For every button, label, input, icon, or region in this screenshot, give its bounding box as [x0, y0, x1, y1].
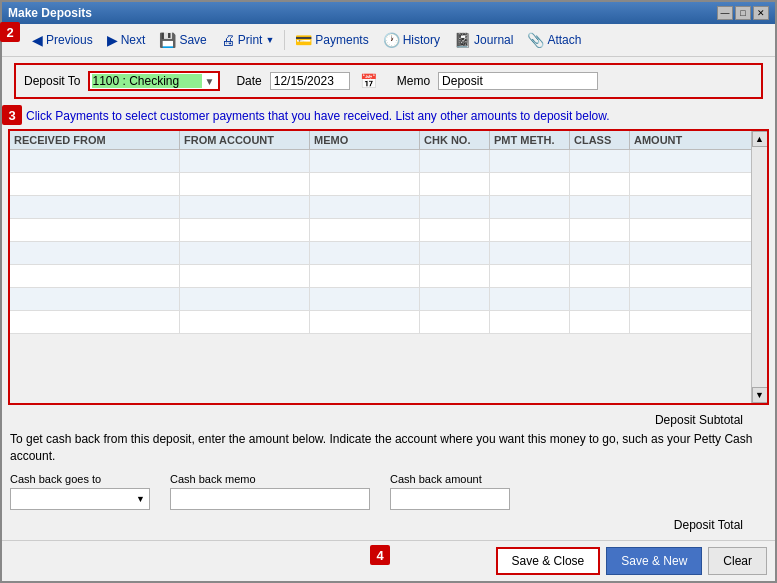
save-button[interactable]: 💾 Save: [153, 27, 212, 53]
table-cell-pmt_meth[interactable]: [490, 173, 570, 195]
table-cell-chk_no[interactable]: [420, 242, 490, 264]
previous-button[interactable]: ◀ Previous: [26, 27, 99, 53]
table-cell-memo[interactable]: [310, 288, 420, 310]
table-cell-class[interactable]: [570, 311, 630, 333]
print-dropdown-arrow[interactable]: ▼: [265, 35, 274, 45]
table-cell-received_from[interactable]: [10, 196, 180, 218]
table-cell-received_from[interactable]: [10, 288, 180, 310]
scroll-up-button[interactable]: ▲: [752, 131, 768, 147]
table-cell-from_account[interactable]: [180, 311, 310, 333]
table-cell-pmt_meth[interactable]: [490, 242, 570, 264]
table-cell-received_from[interactable]: [10, 242, 180, 264]
table-cell-from_account[interactable]: [180, 196, 310, 218]
maximize-button[interactable]: □: [735, 6, 751, 20]
col-class: CLASS: [570, 131, 630, 149]
table-cell-class[interactable]: [570, 196, 630, 218]
table-cell-class[interactable]: [570, 242, 630, 264]
cash-back-memo-input[interactable]: [170, 488, 370, 510]
cash-back-goes-to-group: Cash back goes to ▼: [10, 473, 150, 510]
table-cell-memo[interactable]: [310, 150, 420, 172]
subtotal-label: Deposit Subtotal: [655, 413, 743, 427]
table-cell-from_account[interactable]: [180, 265, 310, 287]
table-cell-memo[interactable]: [310, 173, 420, 195]
cash-back-goes-to-arrow[interactable]: ▼: [136, 494, 145, 504]
table-cell-received_from[interactable]: [10, 150, 180, 172]
table-cell-amount[interactable]: [630, 242, 710, 264]
table-cell-from_account[interactable]: [180, 288, 310, 310]
attach-button[interactable]: 📎 Attach: [521, 27, 587, 53]
table-cell-received_from[interactable]: [10, 219, 180, 241]
deposit-to-arrow[interactable]: ▼: [202, 76, 216, 87]
table-row[interactable]: [10, 311, 767, 334]
table-cell-memo[interactable]: [310, 311, 420, 333]
table-cell-class[interactable]: [570, 173, 630, 195]
table-cell-chk_no[interactable]: [420, 311, 490, 333]
table-cell-class[interactable]: [570, 288, 630, 310]
cash-back-amount-input[interactable]: [390, 488, 510, 510]
calendar-icon[interactable]: 📅: [360, 73, 377, 89]
table-cell-chk_no[interactable]: [420, 173, 490, 195]
table-cell-amount[interactable]: [630, 150, 710, 172]
save-close-button[interactable]: Save & Close: [496, 547, 601, 575]
table-cell-received_from[interactable]: [10, 311, 180, 333]
table-row[interactable]: [10, 150, 767, 173]
journal-label: Journal: [474, 33, 513, 47]
history-button[interactable]: 🕐 History: [377, 27, 446, 53]
table-cell-amount[interactable]: [630, 173, 710, 195]
save-icon: 💾: [159, 32, 176, 48]
scroll-down-button[interactable]: ▼: [752, 387, 768, 403]
deposit-total-label: Deposit Total: [674, 518, 743, 532]
table-cell-class[interactable]: [570, 150, 630, 172]
table-row[interactable]: [10, 196, 767, 219]
table-cell-chk_no[interactable]: [420, 265, 490, 287]
table-cell-pmt_meth[interactable]: [490, 219, 570, 241]
cash-back-memo-group: Cash back memo: [170, 473, 370, 510]
table-cell-pmt_meth[interactable]: [490, 311, 570, 333]
table-cell-pmt_meth[interactable]: [490, 288, 570, 310]
table-cell-from_account[interactable]: [180, 150, 310, 172]
memo-input[interactable]: [438, 72, 598, 90]
table-row[interactable]: [10, 173, 767, 196]
table-cell-class[interactable]: [570, 265, 630, 287]
table-cell-amount[interactable]: [630, 311, 710, 333]
table-row[interactable]: [10, 288, 767, 311]
table-cell-memo[interactable]: [310, 219, 420, 241]
journal-button[interactable]: 📓 Journal: [448, 27, 519, 53]
table-cell-chk_no[interactable]: [420, 196, 490, 218]
table-row[interactable]: [10, 265, 767, 288]
print-button[interactable]: 🖨 Print ▼: [215, 27, 281, 53]
next-button[interactable]: ▶ Next: [101, 27, 152, 53]
cash-back-goes-to-input[interactable]: ▼: [10, 488, 150, 510]
scroll-track: [752, 147, 768, 387]
close-button[interactable]: ✕: [753, 6, 769, 20]
date-input[interactable]: [270, 72, 350, 90]
table-cell-pmt_meth[interactable]: [490, 150, 570, 172]
table-cell-amount[interactable]: [630, 265, 710, 287]
table-cell-from_account[interactable]: [180, 173, 310, 195]
table-cell-chk_no[interactable]: [420, 219, 490, 241]
payments-button[interactable]: 💳 Payments: [289, 27, 374, 53]
table-cell-from_account[interactable]: [180, 242, 310, 264]
table-cell-pmt_meth[interactable]: [490, 265, 570, 287]
table-cell-class[interactable]: [570, 219, 630, 241]
minimize-button[interactable]: —: [717, 6, 733, 20]
table-cell-received_from[interactable]: [10, 265, 180, 287]
clear-button[interactable]: Clear: [708, 547, 767, 575]
table-cell-memo[interactable]: [310, 265, 420, 287]
table-cell-chk_no[interactable]: [420, 150, 490, 172]
table-row[interactable]: [10, 219, 767, 242]
table-cell-amount[interactable]: [630, 219, 710, 241]
deposit-to-wrapper: ▼: [88, 71, 220, 91]
table-row[interactable]: [10, 242, 767, 265]
deposit-to-input[interactable]: [92, 74, 202, 88]
table-cell-pmt_meth[interactable]: [490, 196, 570, 218]
table-cell-amount[interactable]: [630, 196, 710, 218]
table-cell-amount[interactable]: [630, 288, 710, 310]
table-cell-chk_no[interactable]: [420, 288, 490, 310]
save-label: Save: [179, 33, 206, 47]
table-cell-received_from[interactable]: [10, 173, 180, 195]
save-new-button[interactable]: Save & New: [606, 547, 702, 575]
table-cell-from_account[interactable]: [180, 219, 310, 241]
table-cell-memo[interactable]: [310, 196, 420, 218]
table-cell-memo[interactable]: [310, 242, 420, 264]
